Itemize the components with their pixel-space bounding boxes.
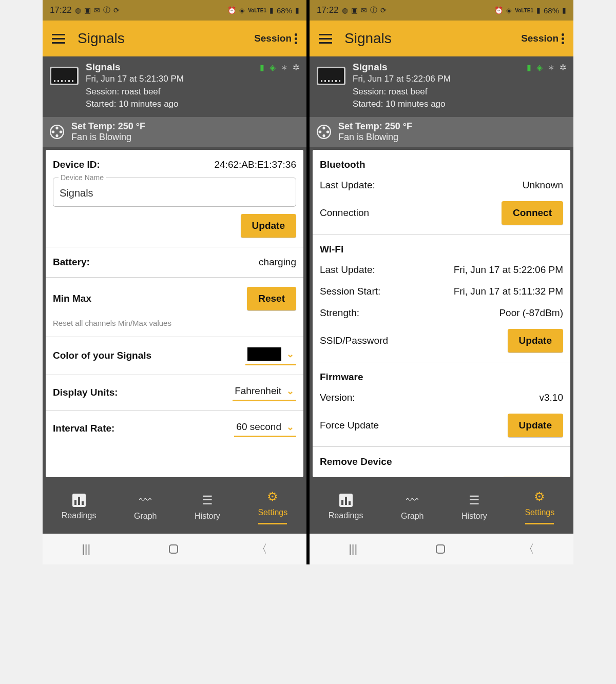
facebook-icon: ⓕ	[103, 6, 110, 15]
nav-graph[interactable]: 〰 Graph	[134, 493, 157, 521]
remove-header: Remove Device	[320, 456, 563, 467]
color-label: Color of your Signals	[53, 350, 151, 361]
device-name-field[interactable]: Device Name Signals	[53, 178, 296, 207]
menu-icon[interactable]	[319, 34, 332, 44]
facebook-icon: ⓕ	[370, 6, 377, 15]
fw-update-button[interactable]: Update	[508, 414, 563, 437]
wifi-ssid-label: SSID/Password	[320, 335, 388, 346]
minmax-subtext: Reset all channels Min/Max values	[53, 319, 296, 327]
nav-history[interactable]: ☰ History	[461, 493, 487, 521]
reset-button[interactable]: Reset	[247, 287, 296, 310]
wifi-strength-label: Strength:	[320, 307, 359, 319]
nav-label: Settings	[258, 508, 287, 517]
nav-label: History	[195, 512, 220, 521]
fan-state-label: Fan is Blowing	[338, 132, 412, 143]
home-icon[interactable]	[169, 544, 178, 554]
device-timestamp: Fri, Jun 17 at 5:21:30 PM	[86, 73, 299, 86]
wifi-icon: ◈	[536, 63, 543, 72]
gear-icon: ⚙	[267, 490, 278, 504]
graph-icon: 〰	[139, 493, 151, 507]
interval-rate-select[interactable]: 60 second ⌄	[234, 420, 296, 437]
fw-force-label: Force Update	[320, 420, 379, 431]
nav-label: Graph	[401, 512, 424, 521]
signal-icon: ▮	[536, 6, 541, 14]
interval-rate-value: 60 second	[236, 421, 281, 433]
nav-settings[interactable]: ⚙ Settings	[525, 490, 554, 524]
session-menu-label: Session	[521, 33, 559, 44]
alarm-icon: ⏰	[494, 6, 503, 14]
graph-icon: 〰	[406, 493, 418, 507]
device-card: Signals ▮ ◈ ∗ ✲ Fri, Jun 17 at 5:22:06 P…	[310, 56, 573, 117]
color-select[interactable]: ⌄	[245, 346, 296, 365]
bar-chart-icon	[72, 494, 86, 507]
battery-pct: 68%	[277, 6, 292, 15]
chevron-down-icon: ⌄	[286, 385, 294, 397]
settings-content: Device ID: 24:62:AB:E1:37:36 Device Name…	[46, 150, 303, 477]
wifi-icon: ◈	[239, 6, 245, 14]
back-icon[interactable]: 〈	[523, 541, 534, 557]
connect-button[interactable]: Connect	[502, 201, 563, 225]
battery-icon: ▮	[260, 63, 264, 72]
recents-icon[interactable]: |||	[349, 542, 357, 556]
battery-label: Battery:	[53, 257, 90, 268]
nav-settings[interactable]: ⚙ Settings	[258, 490, 287, 524]
bluetooth-icon: ∗	[281, 63, 287, 72]
battery-icon: ▮	[527, 63, 531, 72]
fan-icon	[317, 125, 331, 139]
session-menu-button[interactable]: Session	[521, 33, 564, 44]
device-name-field-value: Signals	[60, 187, 290, 199]
fw-version-value: v3.10	[540, 392, 563, 403]
settings-content: Bluetooth Last Update: Unknown Connectio…	[313, 150, 570, 477]
alarm-icon: ⏰	[227, 6, 236, 14]
nav-readings[interactable]: Readings	[62, 494, 97, 520]
nav-history[interactable]: ☰ History	[195, 493, 220, 521]
menu-icon[interactable]	[52, 34, 65, 44]
recents-icon[interactable]: |||	[82, 542, 90, 556]
fan-status-strip: Set Temp: 250 °F Fan is Blowing	[43, 117, 306, 147]
device-name-field-label: Device Name	[59, 173, 106, 182]
nav-label: Readings	[62, 511, 97, 520]
nav-graph[interactable]: 〰 Graph	[401, 493, 424, 521]
nav-label: Settings	[525, 508, 554, 517]
device-name: Signals	[353, 62, 388, 73]
screenshot-left: 17:22 ◍ ▣ ✉ ⓕ ⟳ ⏰ ◈ VoLTE1 ▮ 68% ▮ Signa…	[43, 0, 306, 564]
wifi-strength-value: Poor (-87dBm)	[499, 307, 563, 319]
notif-icon: ▣	[351, 6, 358, 14]
fw-version-label: Version:	[320, 392, 355, 403]
bottom-nav: Readings 〰 Graph ☰ History ⚙ Settings	[310, 480, 573, 534]
wifi-sessionstart-value: Fri, Jun 17 at 5:11:32 PM	[454, 286, 563, 297]
wifi-icon: ◈	[506, 6, 512, 14]
display-units-value: Fahrenheit	[235, 385, 281, 397]
device-session: Session: roast beef	[86, 86, 299, 99]
remove-button[interactable]: Remove	[503, 477, 563, 477]
device-started: Started: 10 minutes ago	[86, 98, 299, 111]
wifi-lastupdate-label: Last Update:	[320, 264, 375, 276]
status-time: 17:22	[317, 5, 339, 15]
display-units-select[interactable]: Fahrenheit ⌄	[233, 384, 296, 401]
list-icon: ☰	[202, 493, 213, 507]
session-menu-button[interactable]: Session	[254, 33, 297, 44]
update-button[interactable]: Update	[241, 214, 296, 238]
list-icon: ☰	[469, 493, 480, 507]
nav-readings[interactable]: Readings	[329, 494, 363, 520]
back-icon[interactable]: 〈	[256, 541, 267, 557]
status-bar: 17:22 ◍ ▣ ✉ ⓕ ⟳ ⏰ ◈ VoLTE1 ▮ 68% ▮	[310, 0, 573, 21]
app-bar: Signals Session	[43, 21, 306, 56]
bar-chart-icon	[339, 494, 353, 507]
notif-icon: ▣	[84, 6, 91, 14]
wifi-update-button[interactable]: Update	[508, 329, 563, 353]
device-session: Session: roast beef	[353, 86, 566, 99]
minmax-label: Min Max	[53, 293, 91, 304]
wifi-icon: ◈	[270, 63, 276, 72]
device-id-value: 24:62:AB:E1:37:36	[214, 159, 296, 170]
interval-rate-label: Interval Rate:	[53, 423, 114, 434]
home-icon[interactable]	[436, 544, 445, 554]
firmware-header: Firmware	[320, 372, 563, 383]
bluetooth-header: Bluetooth	[320, 159, 563, 170]
set-temp-label: Set Temp: 250 °F	[71, 121, 145, 132]
more-vert-icon	[562, 33, 564, 44]
sync-icon: ⟳	[113, 6, 120, 14]
bottom-nav: Readings 〰 Graph ☰ History ⚙ Settings	[43, 480, 306, 534]
system-nav: ||| 〈	[43, 534, 306, 564]
signal-icon: ▮	[270, 6, 274, 14]
